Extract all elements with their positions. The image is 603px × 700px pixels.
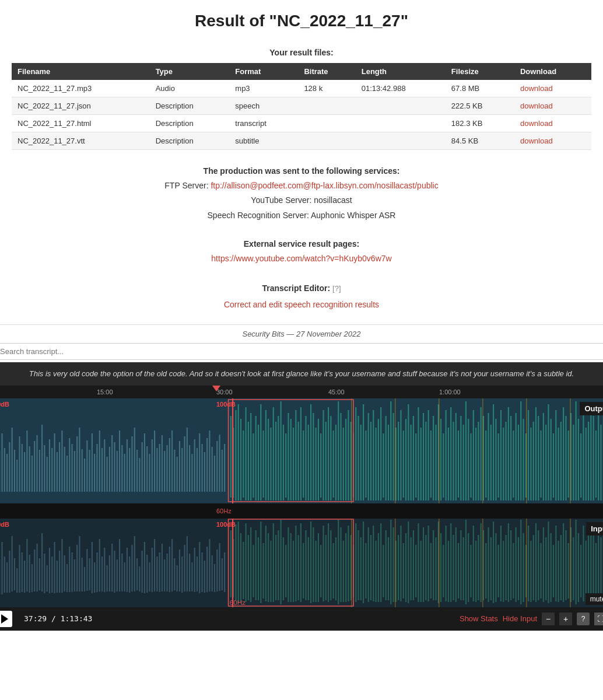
cell-download[interactable]: download [514, 115, 591, 132]
help-button[interactable]: ? [577, 612, 590, 625]
svg-rect-42 [92, 433, 93, 492]
svg-rect-460 [495, 533, 496, 602]
svg-rect-397 [338, 520, 339, 604]
svg-rect-119 [288, 413, 289, 501]
svg-rect-269 [14, 558, 15, 590]
svg-rect-286 [57, 561, 58, 593]
result-files-title: Your result files: [12, 48, 591, 57]
svg-rect-205 [503, 428, 504, 501]
svg-rect-18 [31, 456, 33, 492]
svg-rect-494 [580, 545, 581, 597]
youtube-server-line: YouTube Server: nosillacast [12, 193, 591, 208]
svg-rect-211 [518, 425, 519, 501]
search-input[interactable] [0, 343, 603, 360]
audio-container: Security Bits — 27 November 2022 This is… [0, 324, 603, 631]
hide-input-link[interactable]: Hide Input [503, 614, 537, 623]
cell-download[interactable]: download [514, 80, 591, 97]
svg-rect-453 [478, 535, 479, 600]
svg-rect-183 [448, 428, 449, 501]
svg-rect-264 [1, 542, 2, 594]
svg-rect-110 [265, 410, 267, 501]
svg-rect-77 [179, 441, 180, 492]
col-header-filename: Filename [12, 63, 150, 80]
transcript-help-link[interactable]: [?] [332, 284, 341, 293]
svg-rect-319 [139, 566, 140, 592]
cell-format: speech [229, 97, 298, 115]
show-stats-link[interactable]: Show Stats [460, 614, 498, 623]
svg-rect-49 [109, 447, 110, 492]
external-service-section: External service result pages: https://w… [12, 237, 591, 266]
svg-rect-24 [47, 457, 48, 492]
svg-rect-169 [413, 416, 414, 501]
svg-rect-405 [357, 530, 359, 600]
transcript-edit-link[interactable]: Correct and edit speech recognition resu… [224, 300, 379, 309]
svg-rect-485 [558, 541, 559, 602]
svg-rect-376 [285, 545, 286, 597]
ftp-url-link[interactable]: ftp://allison@podfeet.com@ftp-lax.libsyn… [211, 181, 438, 190]
svg-rect-500 [595, 543, 597, 598]
svg-rect-299 [89, 558, 90, 590]
cell-filename: NC_2022_11_27.vtt [12, 132, 150, 150]
svg-rect-446 [460, 530, 461, 600]
svg-rect-332 [171, 539, 173, 592]
time-label-60: 1:00:00 [439, 388, 461, 396]
svg-rect-280 [41, 533, 43, 592]
svg-rect-447 [463, 537, 464, 600]
zoom-out-button[interactable]: − [542, 612, 555, 625]
muted-label: muted [586, 593, 603, 605]
svg-rect-370 [270, 541, 271, 602]
svg-rect-336 [181, 556, 183, 593]
svg-rect-171 [418, 407, 419, 501]
cell-format: transcript [229, 115, 298, 132]
svg-rect-222 [545, 425, 546, 501]
svg-rect-154 [375, 428, 376, 501]
svg-rect-452 [475, 541, 476, 602]
svg-rect-341 [194, 548, 195, 592]
svg-rect-142 [345, 419, 346, 501]
svg-rect-62 [142, 442, 143, 492]
current-time: 37:29 [24, 614, 47, 623]
svg-rect-321 [144, 542, 145, 593]
svg-rect-180 [440, 419, 441, 501]
svg-rect-194 [475, 428, 476, 501]
youtube-result-link[interactable]: https://www.youtube.com/watch?v=hKuyb0v6… [211, 254, 391, 263]
svg-rect-126 [305, 416, 306, 501]
svg-rect-138 [335, 425, 336, 501]
svg-rect-282 [47, 565, 48, 592]
svg-rect-493 [578, 533, 579, 602]
svg-rect-421 [398, 535, 399, 600]
svg-rect-27 [54, 433, 55, 492]
svg-rect-417 [388, 537, 389, 600]
svg-rect-486 [560, 535, 562, 600]
zoom-in-button[interactable]: + [559, 612, 572, 625]
svg-rect-172 [420, 428, 422, 501]
cell-length [356, 132, 446, 150]
svg-rect-325 [154, 539, 155, 592]
svg-rect-281 [44, 554, 45, 593]
svg-rect-315 [129, 556, 130, 593]
svg-rect-298 [86, 549, 87, 591]
svg-rect-404 [355, 523, 356, 602]
total-time: 1:13:43 [61, 614, 93, 623]
svg-rect-310 [117, 559, 118, 592]
svg-rect-37 [79, 428, 80, 492]
svg-rect-278 [36, 544, 37, 592]
cell-download[interactable]: download [514, 97, 591, 115]
svg-rect-17 [29, 446, 30, 492]
svg-rect-166 [405, 419, 406, 501]
audio-subtitle: Security Bits — 27 November 2022 [0, 325, 603, 341]
cell-download[interactable]: download [514, 132, 591, 150]
svg-rect-53 [119, 430, 120, 492]
output-waveform-svg [0, 398, 603, 503]
svg-rect-396 [335, 537, 336, 600]
play-button[interactable] [0, 611, 12, 627]
svg-rect-467 [513, 543, 514, 598]
fullscreen-button[interactable]: ⛶ [594, 612, 603, 625]
svg-rect-188 [460, 416, 461, 501]
svg-rect-175 [428, 410, 429, 501]
result-files-table: Filename Type Format Bitrate Length File… [12, 63, 591, 150]
svg-rect-311 [119, 539, 120, 592]
svg-rect-426 [411, 537, 412, 600]
svg-rect-237 [583, 410, 584, 501]
svg-rect-104 [250, 413, 251, 501]
